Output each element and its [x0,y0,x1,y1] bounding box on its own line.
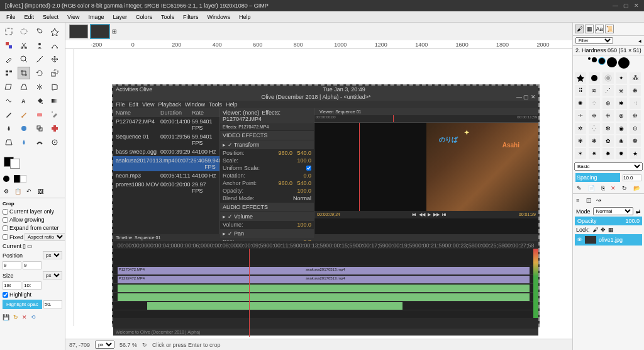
background-color[interactable] [10,159,20,169]
maximize-button[interactable]: ▢ [623,3,629,9]
brush-preset-select[interactable]: Basic [574,162,643,171]
brush-item[interactable]: ✹ [616,148,627,159]
menu-edit[interactable]: Edit [21,13,38,21]
layer-mode-select[interactable]: Normal [593,207,633,215]
size-w-input[interactable] [3,281,21,290]
brush-item[interactable]: ⸭ [575,110,586,121]
delete-preset-icon[interactable]: ✕ [22,314,27,320]
brush-item[interactable]: ◉ [616,123,627,134]
tool-blur[interactable] [18,136,30,149]
minimize-button[interactable]: — [613,3,618,9]
brush-item[interactable]: ❊ [630,110,641,121]
menu-colors[interactable]: Colors [132,13,156,21]
mode-switch-icon[interactable]: ⇄ [636,208,641,215]
current-layer-checkbox[interactable] [3,209,8,215]
paths-tab[interactable]: ↝ [596,197,604,205]
brush-item[interactable]: ❁ [630,135,641,147]
undo-history-tab[interactable]: ↶ [24,186,34,196]
brush-item[interactable] [602,72,614,84]
menu-windows[interactable]: Windows [203,13,234,21]
brush-item[interactable]: ✶ [575,148,586,159]
delete-brush-icon[interactable]: ✕ [611,185,616,191]
brush-item[interactable]: ✲ [575,123,586,134]
tool-rect-select[interactable] [3,25,15,38]
visibility-icon[interactable]: 👁 [577,237,582,243]
brush-item[interactable] [575,72,586,84]
tool-warp[interactable] [3,94,15,107]
brush-item[interactable]: ❃ [589,135,600,147]
brush-item[interactable]: ⠿ [575,85,586,96]
tool-rotate[interactable] [33,67,46,79]
brush-item[interactable]: ⊙ [630,123,641,134]
lock-pixels-icon[interactable]: 🖌 [592,227,598,233]
tool-paths[interactable] [48,39,61,52]
brush-item[interactable]: ✺ [575,98,586,109]
highlight-checkbox[interactable] [3,292,8,298]
menu-file[interactable]: File [3,13,19,21]
open-brush-icon[interactable]: 📂 [633,185,640,191]
color-swatches[interactable] [0,151,65,172]
tool-pencil[interactable] [3,108,15,121]
tool-smudge[interactable] [33,136,46,149]
layers-tab[interactable]: ≡ [576,197,584,205]
new-brush-icon[interactable]: 📄 [588,185,595,191]
layer-item[interactable]: 👁 olive1.jpg [575,234,642,246]
tool-options-tab[interactable]: ⚙ [1,186,11,196]
brush-item[interactable]: ⁂ [630,72,641,84]
menu-tools[interactable]: Tools [157,13,178,21]
brush-item[interactable]: ⊛ [602,98,614,109]
brush-menu-icon[interactable]: ◂ [638,38,641,44]
brush-item[interactable]: ❋ [630,85,641,96]
brush-item[interactable] [589,72,600,84]
fixed-select[interactable]: Aspect ratio [25,233,65,241]
menu-layer[interactable]: Layer [109,13,131,21]
image-tab-1[interactable] [69,25,88,38]
brush-item[interactable]: ⁖ [630,98,641,109]
lock-alpha-icon[interactable]: ▦ [608,227,614,233]
brush-item[interactable]: ✾ [575,135,586,147]
restore-preset-icon[interactable]: ↻ [13,314,18,320]
tool-eraser[interactable] [33,108,46,121]
tool-move[interactable] [48,53,61,65]
tool-color-picker[interactable] [3,53,15,65]
brushes-tab[interactable]: 🖌 [575,25,584,33]
tab-menu-icon[interactable]: ⊞ [112,28,117,35]
tool-align[interactable] [3,67,15,79]
tool-bucket[interactable] [33,94,46,107]
tool-clone[interactable] [33,122,46,135]
fonts-tab[interactable]: Aa [595,25,604,33]
edit-brush-icon[interactable]: ✎ [577,185,582,191]
tool-flip[interactable] [33,81,46,93]
brush-item[interactable]: ⁜ [602,110,614,121]
reset-icon[interactable]: ⟲ [31,314,36,320]
tool-ink[interactable] [3,122,15,135]
tool-perspective[interactable] [18,81,30,93]
pos-x-input[interactable] [3,261,21,269]
size-h-input[interactable] [23,281,42,290]
refresh-brush-icon[interactable]: ↻ [622,185,627,191]
history-tab[interactable]: 📜 [605,25,614,33]
brush-item[interactable]: ❀ [616,135,627,147]
tool-zoom[interactable] [18,53,30,65]
rotate-icon[interactable]: ↻ [142,342,147,348]
tool-paintbrush[interactable] [18,108,30,121]
zoom-level[interactable]: 56.7 % [119,342,137,348]
tool-foreground-select[interactable] [33,39,46,52]
tool-perspective-clone[interactable] [3,136,15,149]
tool-ellipse-select[interactable] [18,25,30,38]
brush-filter[interactable]: Filter [575,37,613,44]
pos-y-input[interactable] [23,261,42,269]
tool-scale[interactable] [48,67,61,79]
brush-item[interactable]: ⁛ [589,123,600,134]
tool-shear[interactable] [3,81,15,93]
tool-text[interactable]: A [18,94,30,107]
canvas[interactable]: Activities Olive Tue Jan 3, 20:49 Olive … [74,49,572,339]
tool-free-select[interactable] [33,25,46,38]
brush-item[interactable]: ✷ [589,148,600,159]
image-tab-2[interactable] [91,25,109,38]
tool-fuzzy-select[interactable] [48,25,61,38]
brush-item[interactable]: ※ [616,85,627,96]
save-preset-icon[interactable]: 💾 [3,314,9,320]
close-button[interactable]: ✕ [634,3,639,9]
tool-mypaint[interactable] [18,122,30,135]
